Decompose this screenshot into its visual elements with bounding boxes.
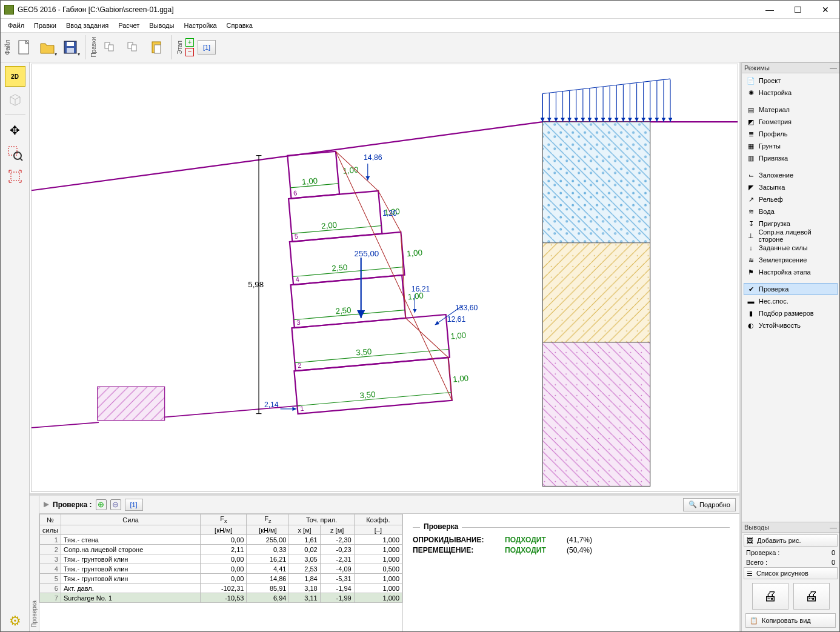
mode-label: Заданные силы	[759, 244, 808, 251]
right-sidebar: Режимы 📄Проект✺Настройка▤Материал◩Геомет…	[741, 62, 839, 631]
svg-text:5,98: 5,98	[248, 280, 264, 289]
mode-icon: ↧	[747, 219, 755, 228]
mode-label: Пригрузка	[759, 220, 790, 227]
bottom-panel: Проверка ⯈ Проверка : ⊕ ⊖ [1] 🔍Подробно	[30, 493, 739, 631]
mode-item[interactable]: ▤Материал	[744, 104, 838, 116]
mode-item[interactable]: ≋Землетрясение	[744, 254, 838, 266]
undo-button[interactable]	[99, 36, 121, 58]
svg-text:1: 1	[300, 405, 304, 412]
svg-rect-30	[542, 342, 650, 486]
remove-stage-button[interactable]: −	[185, 48, 194, 56]
svg-text:3,50: 3,50	[359, 390, 376, 400]
menu-file[interactable]: Файл	[3, 21, 29, 30]
modes-list: 📄Проект✺Настройка▤Материал◩Геометрия≣Про…	[742, 73, 839, 522]
mode-label: Заложение	[759, 171, 793, 179]
mode-icon: ▤	[747, 105, 755, 114]
close-button[interactable]: ✕	[812, 1, 839, 19]
maximize-button[interactable]: ☐	[784, 1, 812, 19]
svg-rect-58	[98, 387, 165, 420]
drawing-canvas[interactable]: 3,50 3,50 2,50 2,50 2,00 1,00 1,00 1,00 …	[31, 64, 738, 492]
svg-rect-59	[294, 358, 452, 414]
mode-label: Привязка	[759, 155, 788, 162]
mode-item[interactable]: ⊥Сопр.на лицевой стороне	[744, 230, 838, 242]
mode-item[interactable]: ↧Пригрузка	[744, 218, 838, 230]
svg-line-34	[542, 79, 670, 93]
table-row[interactable]: 3Тяж.- грунтовой клин0,0016,213,05-2,311…	[40, 554, 402, 564]
menu-input[interactable]: Ввод задания	[61, 21, 113, 30]
svg-text:255,00: 255,00	[355, 249, 379, 258]
menu-settings[interactable]: Настройка	[179, 21, 221, 30]
print-color-button[interactable]: 🖨	[793, 583, 830, 610]
mode-icon: 📄	[747, 76, 755, 85]
minimize-button[interactable]: —	[756, 1, 784, 19]
add-check-button[interactable]: ⊕	[96, 499, 107, 510]
menu-outputs[interactable]: Выводы	[144, 21, 179, 30]
mode-icon: ⌙	[747, 171, 755, 179]
table-row[interactable]: 1Тяж.- стена0,00255,001,61-2,301,000	[40, 535, 402, 545]
forces-table[interactable]: № Сила Fx Fz Точ. прил. Коэфф. силы	[39, 514, 403, 631]
app-icon	[4, 5, 14, 15]
move-tool-button[interactable]: ✥	[5, 120, 25, 141]
collapse-outputs-button[interactable]	[830, 527, 837, 528]
mode-item[interactable]: ≣Профиль	[744, 128, 838, 140]
table-row[interactable]: 5Тяж.- грунтовой клин0,0014,861,84-5,311…	[40, 574, 402, 584]
table-row[interactable]: 4Тяж.- грунтовой клин0,004,412,53-4,090,…	[40, 564, 402, 574]
add-stage-button[interactable]: +	[185, 38, 194, 47]
paste-button[interactable]	[145, 36, 167, 58]
svg-text:1,00: 1,00	[450, 330, 467, 341]
check-tab-1[interactable]: [1]	[125, 499, 143, 511]
2d-view-button[interactable]: 2D	[5, 66, 25, 87]
app-window: GEO5 2016 - Габион [C:\Gabion\screen-01.…	[0, 0, 840, 632]
mode-icon: ◐	[747, 321, 755, 330]
mode-item[interactable]: ⚑Настройка этапа	[744, 266, 838, 278]
zoom-area-button[interactable]	[5, 143, 25, 164]
mode-item[interactable]: ⌙Заложение	[744, 169, 838, 181]
mode-item[interactable]: ◐Устойчивость	[744, 319, 838, 331]
svg-text:6: 6	[293, 189, 298, 196]
menu-edit[interactable]: Правки	[29, 21, 61, 30]
toolbar-group-stage: Этап	[175, 39, 184, 56]
svg-rect-60	[292, 314, 449, 371]
open-file-button[interactable]: ▾	[36, 36, 58, 58]
mode-item[interactable]: ▮Подбор размеров	[744, 307, 838, 319]
remove-check-button[interactable]: ⊖	[110, 499, 121, 510]
collapse-modes-button[interactable]	[830, 67, 837, 69]
add-picture-button[interactable]: 🖼Добавить рис.	[744, 534, 838, 547]
save-file-button[interactable]: ▾	[59, 36, 81, 58]
3d-view-button[interactable]	[5, 89, 25, 110]
svg-line-68	[293, 267, 404, 277]
new-file-button[interactable]	[13, 36, 35, 58]
svg-text:133,60: 133,60	[455, 304, 478, 312]
copy-view-button[interactable]: 📋Копировать вид	[745, 613, 836, 628]
settings-gear-button[interactable]: ⚙	[5, 611, 25, 631]
mode-item[interactable]: ✔Проверка	[744, 283, 838, 295]
mode-item[interactable]: ▦Грунты	[744, 140, 838, 152]
print-button[interactable]: 🖨	[752, 583, 788, 610]
table-row[interactable]: 6Акт. давл.-102,3185,913,18-1,941,000	[40, 584, 402, 593]
mode-item[interactable]: ▥Привязка	[744, 152, 838, 164]
svg-text:1,00: 1,00	[407, 248, 423, 258]
stage-1-button[interactable]: [1]	[198, 40, 216, 55]
mode-item[interactable]: ◩Геометрия	[744, 116, 838, 128]
mode-icon: ↗	[747, 195, 755, 204]
mode-item[interactable]: ↓Заданные силы	[744, 242, 838, 254]
detail-button[interactable]: 🔍Подробно	[683, 498, 736, 511]
mode-item[interactable]: 📄Проект	[744, 75, 838, 87]
mode-icon: ◤	[747, 183, 755, 191]
fit-view-button[interactable]	[5, 166, 25, 187]
svg-text:2,50: 2,50	[332, 262, 348, 273]
mode-item[interactable]: ◤Засыпка	[744, 181, 838, 193]
mode-icon: ≣	[747, 130, 755, 138]
menu-help[interactable]: Справка	[222, 21, 258, 30]
table-row[interactable]: 2Сопр.на лицевой стороне2,110,330,02-0,2…	[40, 545, 402, 554]
mode-item[interactable]: ✺Настройка	[744, 87, 838, 99]
mode-label: Профиль	[759, 130, 788, 138]
table-row[interactable]: 7Surcharge No. 1-10,536,943,11-1,991,000	[40, 593, 402, 603]
mode-item[interactable]: ▬Нес.спос.	[744, 295, 838, 307]
picture-list-button[interactable]: ☰Список рисунков	[744, 567, 838, 579]
copy-button[interactable]	[122, 36, 144, 58]
mode-item[interactable]: ↗Рельеф	[744, 193, 838, 205]
menu-calc[interactable]: Расчет	[113, 21, 144, 30]
mode-item[interactable]: ≋Вода	[744, 205, 838, 218]
svg-text:3,50: 3,50	[356, 347, 372, 357]
